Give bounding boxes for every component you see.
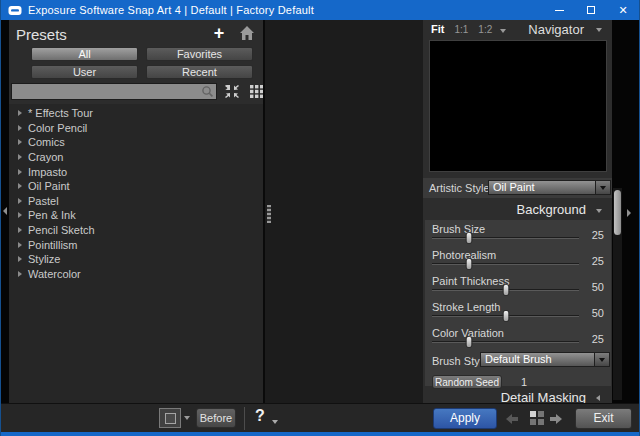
slider-track[interactable] bbox=[432, 237, 579, 239]
add-preset-button[interactable]: + bbox=[209, 23, 229, 43]
window-title: Exposure Software Snap Art 4 | Default |… bbox=[28, 4, 314, 16]
preset-category[interactable]: Oil Paint bbox=[9, 179, 263, 194]
filter-button-favorites[interactable]: Favorites bbox=[146, 47, 253, 61]
preset-category[interactable]: Pen & Ink bbox=[9, 208, 263, 223]
search-input[interactable] bbox=[11, 83, 217, 100]
maximize-icon bbox=[587, 6, 595, 14]
filter-button-recent[interactable]: Recent bbox=[146, 65, 253, 79]
slider-track[interactable] bbox=[432, 263, 579, 265]
maximize-button[interactable] bbox=[575, 0, 607, 20]
artistic-style-label: Artistic Style: bbox=[429, 182, 493, 194]
slider-thumb[interactable] bbox=[465, 336, 472, 348]
slider-thumb[interactable] bbox=[502, 284, 509, 296]
single-view-icon bbox=[165, 413, 176, 424]
artistic-style-dropdown-button[interactable] bbox=[595, 180, 611, 195]
preset-category[interactable]: Stylize bbox=[9, 252, 263, 267]
minimize-icon bbox=[555, 10, 564, 11]
zoom-1-1-button[interactable]: 1:1 bbox=[454, 24, 468, 35]
image-canvas[interactable] bbox=[263, 20, 423, 403]
brush-style-dropdown-button[interactable] bbox=[594, 352, 610, 367]
previous-image-button[interactable] bbox=[506, 414, 520, 422]
arrow-right-icon bbox=[555, 415, 562, 421]
window-bottom-border bbox=[1, 432, 640, 436]
preset-category[interactable]: Comics bbox=[9, 135, 263, 150]
presets-title: Presets bbox=[16, 26, 67, 43]
app-icon bbox=[8, 5, 22, 16]
preview-mode-dropdown-icon[interactable] bbox=[184, 416, 190, 420]
chevron-right-icon bbox=[18, 169, 22, 175]
panel-resize-grip[interactable] bbox=[267, 205, 271, 223]
close-button[interactable]: ✕ bbox=[607, 0, 639, 20]
navigator-preview[interactable] bbox=[429, 40, 607, 172]
preset-category[interactable]: Impasto bbox=[9, 164, 263, 179]
slider-label: Brush Size bbox=[432, 223, 485, 235]
filter-button-all[interactable]: All bbox=[31, 47, 138, 61]
detail-masking-collapsed-icon[interactable] bbox=[596, 395, 600, 401]
slider-value: 50 bbox=[592, 307, 604, 319]
slider-thumb[interactable] bbox=[502, 310, 509, 322]
app-window: Exposure Software Snap Art 4 | Default |… bbox=[0, 0, 640, 436]
preset-category[interactable]: * Effects Tour bbox=[9, 106, 263, 121]
minimize-button[interactable] bbox=[543, 0, 575, 20]
preset-category[interactable]: Watercolor bbox=[9, 267, 263, 282]
preset-category[interactable]: Pointillism bbox=[9, 237, 263, 252]
zoom-dropdown-icon[interactable] bbox=[500, 29, 506, 33]
batch-view-button[interactable] bbox=[530, 411, 545, 426]
exit-button[interactable]: Exit bbox=[575, 408, 632, 429]
navigator-title: Navigator bbox=[528, 22, 584, 37]
filter-button-user[interactable]: User bbox=[31, 65, 138, 79]
chevron-down-icon bbox=[600, 186, 606, 190]
zoom-fit-button[interactable]: Fit bbox=[431, 23, 444, 35]
preset-category[interactable]: Crayon bbox=[9, 150, 263, 165]
background-collapse-icon[interactable] bbox=[596, 209, 602, 213]
presets-panel: Presets + AllFavoritesUserRecent bbox=[9, 20, 263, 403]
preset-category-label: Impasto bbox=[28, 166, 67, 178]
chevron-right-icon bbox=[18, 183, 22, 189]
help-button[interactable]: ? bbox=[255, 407, 265, 425]
slider-value: 50 bbox=[592, 281, 604, 293]
slider-label: Stroke Length bbox=[432, 301, 501, 313]
slider-row: Stroke Length50 bbox=[425, 298, 611, 324]
preset-category-label: Stylize bbox=[28, 253, 60, 265]
slider-value: 25 bbox=[592, 255, 604, 267]
collapse-all-button[interactable] bbox=[225, 85, 239, 98]
settings-scrollbar-thumb[interactable] bbox=[614, 190, 621, 235]
before-button[interactable]: Before bbox=[196, 408, 236, 428]
slider-track[interactable] bbox=[432, 315, 579, 317]
settings-scrollbar-track[interactable] bbox=[613, 188, 622, 400]
slider-thumb[interactable] bbox=[465, 258, 472, 270]
preset-category-list: * Effects TourColor PencilComicsCrayonIm… bbox=[9, 104, 263, 403]
chevron-right-icon bbox=[18, 139, 22, 145]
slider-track[interactable] bbox=[432, 341, 579, 343]
slider-row: Color Variation25 bbox=[425, 324, 611, 350]
brush-style-select[interactable]: Default Brush bbox=[480, 352, 594, 367]
help-dropdown-icon[interactable] bbox=[272, 420, 278, 424]
expand-right-panel-arrow[interactable] bbox=[627, 209, 631, 217]
home-button[interactable] bbox=[239, 25, 255, 41]
preset-category-label: Watercolor bbox=[28, 268, 81, 280]
slider-value: 25 bbox=[592, 333, 604, 345]
slider-track[interactable] bbox=[432, 289, 579, 291]
preset-category[interactable]: Pencil Sketch bbox=[9, 223, 263, 238]
thumbnail-grid-button[interactable] bbox=[250, 85, 264, 98]
batch-grid-icon bbox=[530, 411, 536, 417]
navigator-header: Fit 1:1 1:2 Navigator bbox=[423, 20, 612, 38]
preset-category-label: Oil Paint bbox=[28, 180, 70, 192]
slider-label: Paint Thickness bbox=[432, 275, 509, 287]
next-image-button[interactable] bbox=[555, 414, 569, 422]
collapse-left-panel-arrow[interactable] bbox=[3, 207, 7, 215]
artistic-style-select[interactable]: Oil Paint bbox=[488, 180, 595, 195]
zoom-1-2-button[interactable]: 1:2 bbox=[478, 24, 492, 35]
preset-category[interactable]: Pastel bbox=[9, 194, 263, 209]
chevron-right-icon bbox=[18, 154, 22, 160]
apply-button[interactable]: Apply bbox=[433, 408, 497, 429]
slider-thumb[interactable] bbox=[465, 232, 472, 244]
navigator-collapse-icon[interactable] bbox=[596, 28, 602, 32]
preview-mode-button[interactable] bbox=[159, 408, 181, 428]
preset-category-label: Comics bbox=[28, 136, 65, 148]
preset-category[interactable]: Color Pencil bbox=[9, 121, 263, 136]
preset-category-label: Crayon bbox=[28, 151, 63, 163]
arrow-left-icon bbox=[506, 415, 513, 421]
background-section-header[interactable]: Background bbox=[423, 198, 612, 220]
slider-label: Photorealism bbox=[432, 249, 496, 261]
